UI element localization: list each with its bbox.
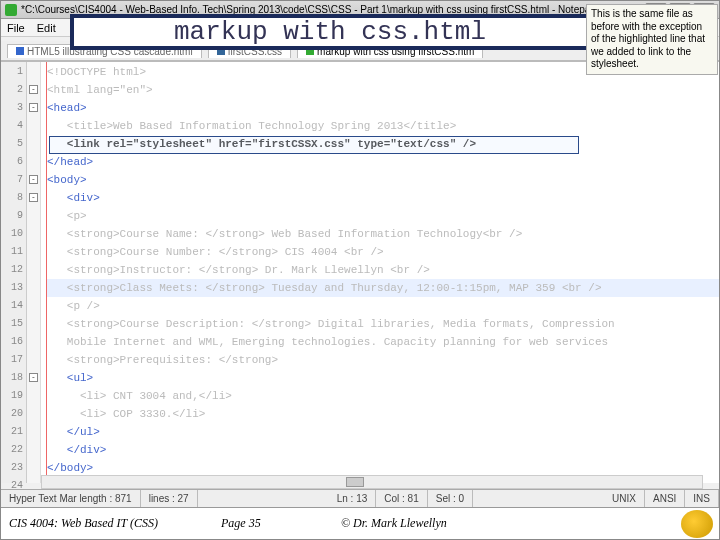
status-lines: lines : 27 (141, 490, 198, 507)
callout-annotation: This is the same file as before with the… (586, 4, 718, 75)
scroll-thumb[interactable] (346, 477, 364, 487)
status-sel: Sel : 0 (428, 490, 473, 507)
status-length: Hyper Text Mar length : 871 (1, 490, 141, 507)
fold-gutter: -- -- - (27, 62, 41, 483)
slide-footer: CIS 4004: Web Based IT (CSS) Page 35 © D… (1, 507, 719, 539)
statusbar: Hyper Text Mar length : 871 lines : 27 L… (1, 489, 719, 507)
margin-line (46, 62, 47, 483)
status-encoding: ANSI (645, 490, 685, 507)
html-icon (16, 47, 24, 55)
line-numbers: 123456789101112131415161718192021222324 (1, 62, 27, 483)
status-eol: UNIX (604, 490, 645, 507)
app-icon (5, 4, 17, 16)
slide-title-overlay: markup with css.html (70, 14, 590, 50)
status-ln: Ln : 13 (329, 490, 377, 507)
horizontal-scrollbar[interactable] (41, 475, 703, 489)
code-area[interactable]: <!DOCTYPE html> <html lang="en"> <head> … (41, 62, 719, 483)
menu-file[interactable]: File (7, 22, 25, 34)
menu-edit[interactable]: Edit (37, 22, 56, 34)
app-window: *C:\Courses\CIS4004 - Web-Based Info. Te… (0, 0, 720, 540)
slide-heading: markup with css.html (174, 17, 486, 47)
footer-author: © Dr. Mark Llewellyn (341, 516, 681, 531)
status-col: Col : 81 (376, 490, 427, 507)
status-ins: INS (685, 490, 719, 507)
ucf-logo-icon (681, 510, 713, 538)
code-editor[interactable]: 123456789101112131415161718192021222324 … (1, 61, 719, 483)
footer-course: CIS 4004: Web Based IT (CSS) (1, 516, 221, 531)
footer-page: Page 35 (221, 516, 341, 531)
